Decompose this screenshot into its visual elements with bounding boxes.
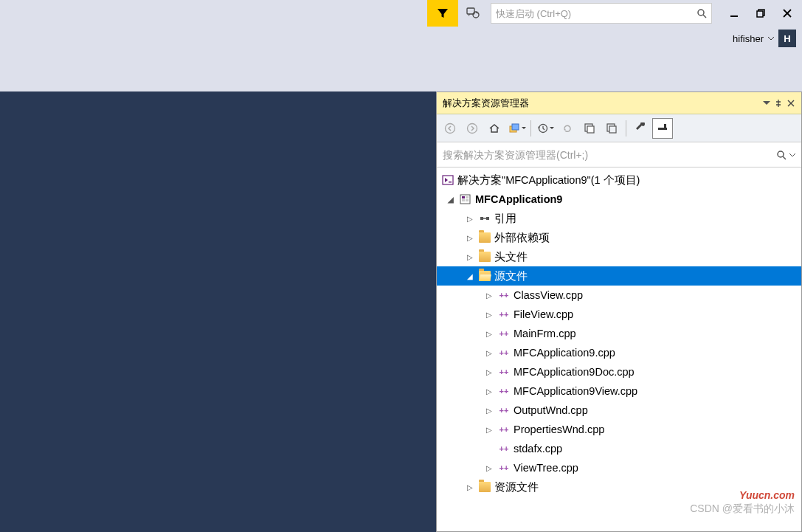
- svg-rect-27: [462, 196, 465, 198]
- collapse-arrow-icon[interactable]: ◢: [446, 196, 456, 204]
- forward-button[interactable]: [462, 118, 483, 139]
- expand-arrow-icon[interactable]: ▷: [465, 483, 475, 491]
- history-icon: [537, 122, 549, 134]
- solution-label: 解决方案"MFCApplication9"(1 个项目): [457, 173, 640, 187]
- avatar[interactable]: H: [778, 30, 796, 47]
- restore-icon: [756, 8, 766, 18]
- expand-arrow-icon[interactable]: ▷: [484, 291, 494, 300]
- feedback-icon: [466, 6, 480, 21]
- expand-arrow-icon[interactable]: ▷: [484, 368, 494, 376]
- quick-launch-input[interactable]: [496, 8, 696, 19]
- sync-button[interactable]: [506, 118, 527, 139]
- watermark-yuucn: Yuucn.com: [739, 489, 795, 501]
- dropdown-icon[interactable]: [763, 100, 770, 107]
- file-node[interactable]: ▷ ++ MainFrm.cpp: [437, 324, 801, 343]
- file-node[interactable]: ▷ ++ MFCApplication9.cpp: [437, 343, 801, 362]
- file-label: stdafx.cpp: [514, 443, 562, 455]
- pin-icon[interactable]: [773, 98, 784, 108]
- history-button[interactable]: [535, 118, 556, 139]
- sources-label: 源文件: [494, 269, 528, 283]
- solution-explorer-panel: 解决方案资源管理器: [436, 91, 802, 532]
- file-node[interactable]: ▷ ++ ClassView.cpp: [437, 286, 801, 305]
- collapse-icon: [584, 122, 595, 134]
- svg-rect-28: [466, 196, 469, 198]
- preview-button[interactable]: [652, 118, 673, 139]
- headers-node[interactable]: ▷ 头文件: [437, 247, 801, 266]
- close-button[interactable]: [774, 0, 801, 27]
- cpp-file-icon: ++: [497, 404, 511, 417]
- expand-arrow-icon[interactable]: ▷: [465, 215, 475, 223]
- file-node[interactable]: ▷ ++ ViewTree.cpp: [437, 458, 801, 477]
- collapse-arrow-icon[interactable]: ◢: [465, 272, 475, 280]
- expand-arrow-icon[interactable]: ▷: [484, 311, 494, 319]
- sync-icon: [508, 122, 521, 135]
- explorer-search-bar[interactable]: [437, 142, 801, 167]
- expand-arrow-icon[interactable]: ▷: [484, 426, 494, 434]
- svg-rect-29: [462, 199, 465, 201]
- solution-tree[interactable]: 解决方案"MFCApplication9"(1 个项目) ◢ MFCApplic…: [437, 167, 801, 531]
- home-icon: [488, 122, 501, 135]
- file-label: MFCApplication9Doc.cpp: [514, 366, 635, 378]
- cpp-file-icon: ++: [497, 423, 511, 436]
- expand-arrow-icon[interactable]: ▷: [484, 464, 494, 472]
- file-node[interactable]: ▷ ++ PropertiesWnd.cpp: [437, 420, 801, 439]
- svg-rect-17: [587, 126, 594, 133]
- expand-arrow-icon[interactable]: ▷: [484, 330, 494, 338]
- refresh-icon: [561, 122, 573, 134]
- references-node[interactable]: ▷ 引用: [437, 209, 801, 228]
- quick-launch-box[interactable]: [491, 3, 712, 24]
- expand-arrow-icon[interactable]: ▷: [465, 253, 475, 261]
- svg-rect-4: [730, 15, 738, 17]
- expand-arrow-icon[interactable]: ▷: [484, 387, 494, 395]
- svg-line-3: [703, 15, 706, 18]
- show-all-button[interactable]: [601, 118, 622, 139]
- cpp-file-icon: ++: [497, 384, 511, 398]
- file-label: MFCApplication9View.cpp: [514, 385, 637, 397]
- expand-arrow-icon[interactable]: ▷: [465, 234, 475, 242]
- svg-rect-26: [460, 195, 470, 204]
- file-node[interactable]: ++ stdafx.cpp: [437, 439, 801, 458]
- editor-area: [0, 91, 436, 532]
- file-label: ViewTree.cpp: [514, 462, 578, 474]
- search-icon[interactable]: [696, 8, 707, 18]
- expand-arrow-icon[interactable]: ▷: [484, 349, 494, 357]
- svg-rect-14: [512, 124, 519, 130]
- file-node[interactable]: ▷ ++ MFCApplication9View.cpp: [437, 381, 801, 401]
- project-node[interactable]: ◢ MFCApplication9: [437, 190, 801, 209]
- file-label: OutputWnd.cpp: [514, 404, 588, 416]
- cpp-file-icon: ++: [497, 308, 511, 321]
- svg-point-12: [468, 123, 477, 133]
- chevron-down-icon[interactable]: [768, 35, 774, 41]
- svg-rect-31: [480, 217, 483, 220]
- filter-button[interactable]: [427, 0, 458, 27]
- user-name[interactable]: hifisher: [733, 33, 764, 44]
- expand-arrow-icon[interactable]: ▷: [484, 407, 494, 415]
- headers-label: 头文件: [494, 250, 528, 264]
- svg-rect-21: [664, 124, 666, 128]
- properties-button[interactable]: [630, 118, 651, 139]
- feedback-button[interactable]: [461, 0, 485, 27]
- file-node[interactable]: ▷ ++ FileView.cpp: [437, 305, 801, 324]
- back-button[interactable]: [440, 118, 460, 139]
- chevron-down-icon[interactable]: [789, 152, 795, 158]
- restore-button[interactable]: [747, 0, 774, 27]
- close-panel-icon[interactable]: [787, 99, 795, 108]
- solution-node[interactable]: 解决方案"MFCApplication9"(1 个项目): [437, 170, 801, 190]
- minimize-icon: [729, 8, 739, 18]
- solution-icon: [441, 173, 454, 187]
- explorer-search-input[interactable]: [443, 149, 776, 161]
- cpp-file-icon: ++: [497, 327, 511, 340]
- panel-title-bar[interactable]: 解决方案资源管理器: [437, 92, 801, 114]
- home-button[interactable]: [484, 118, 505, 139]
- file-node[interactable]: ▷ ++ OutputWnd.cpp: [437, 401, 801, 420]
- forward-icon: [466, 122, 478, 134]
- external-deps-node[interactable]: ▷ 外部依赖项: [437, 228, 801, 247]
- refresh-button[interactable]: [557, 118, 578, 139]
- collapse-all-button[interactable]: [579, 118, 600, 139]
- minimize-button[interactable]: [721, 0, 747, 27]
- sources-node[interactable]: ◢ 源文件: [437, 266, 801, 286]
- folder-icon: [478, 250, 491, 263]
- file-node[interactable]: ▷ ++ MFCApplication9Doc.cpp: [437, 362, 801, 381]
- search-icon[interactable]: [776, 150, 787, 160]
- svg-point-2: [698, 10, 704, 15]
